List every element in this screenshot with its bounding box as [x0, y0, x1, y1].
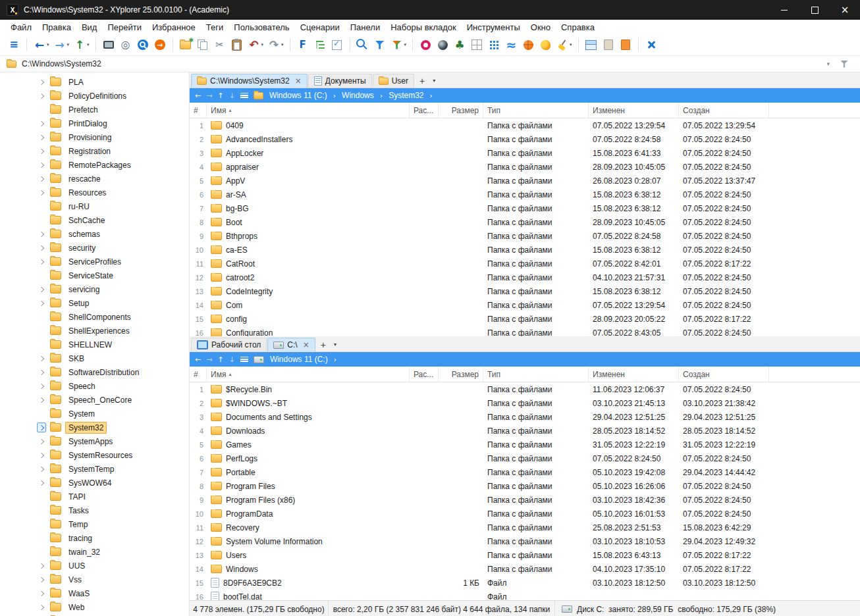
- dropdown-caret-icon[interactable]: ▾: [47, 42, 49, 47]
- new-tab-button[interactable]: +: [316, 340, 331, 350]
- file-row[interactable]: 16bootTel.datФайл: [190, 590, 860, 600]
- file-name[interactable]: Com: [207, 301, 410, 310]
- filter-button[interactable]: [371, 36, 389, 54]
- nav-back-icon[interactable]: ←: [195, 356, 201, 363]
- file-name[interactable]: Documents and Settings: [207, 413, 410, 422]
- brush-button[interactable]: ▾: [554, 36, 574, 54]
- expand-chevron-icon[interactable]: [37, 257, 46, 267]
- nav-up-icon[interactable]: ↑: [217, 356, 223, 363]
- column-header-3[interactable]: Рас...: [410, 103, 439, 118]
- expand-chevron-icon[interactable]: [37, 478, 46, 488]
- expand-chevron-icon[interactable]: [37, 603, 46, 612]
- panel-orange-button[interactable]: [617, 36, 634, 54]
- address-path[interactable]: C:\Windows\System32: [22, 59, 101, 68]
- file-row[interactable]: 6ar-SAПапка с файлами15.08.2023 6:38:120…: [190, 188, 860, 201]
- tree-item-RemotePackages[interactable]: RemotePackages: [0, 158, 189, 172]
- tree-item-PolicyDefinitions[interactable]: PolicyDefinitions: [0, 89, 189, 103]
- tree-item-Provisioning[interactable]: Provisioning: [0, 130, 189, 144]
- file-row[interactable]: 13CodeIntegrityПапка с файлами15.08.2023…: [190, 284, 860, 298]
- menu-item-13[interactable]: Справка: [556, 21, 600, 34]
- tree-item-PLA[interactable]: PLA: [0, 75, 189, 89]
- file-name[interactable]: AdvancedInstallers: [207, 135, 410, 144]
- file-row[interactable]: 3AppLockerПапка с файлами15.08.2023 6:41…: [190, 146, 860, 160]
- nav-down-icon[interactable]: ↓: [229, 92, 235, 99]
- expand-chevron-icon[interactable]: [37, 589, 46, 598]
- tree-item-SystemApps[interactable]: SystemApps: [0, 434, 189, 448]
- file-name[interactable]: CatRoot: [207, 259, 410, 269]
- file-row[interactable]: 3Documents and SettingsПапка с файлами29…: [190, 410, 860, 424]
- expand-chevron-icon[interactable]: [37, 147, 46, 156]
- expand-chevron-icon[interactable]: [37, 230, 46, 239]
- expand-chevron-icon[interactable]: [37, 285, 46, 294]
- file-row[interactable]: 4appraiserПапка с файлами28.09.2023 10:4…: [190, 160, 860, 174]
- expand-chevron-icon[interactable]: [37, 119, 46, 128]
- menu-item-3[interactable]: Вид: [76, 21, 103, 34]
- tree-item-Speech_OneCore[interactable]: Speech_OneCore: [0, 393, 189, 407]
- nav-back-icon[interactable]: ←: [195, 92, 201, 99]
- expand-chevron-icon[interactable]: [37, 465, 46, 474]
- tree-item-PrintDialog[interactable]: PrintDialog: [0, 116, 189, 130]
- panel-beige-button[interactable]: [600, 36, 617, 54]
- file-name[interactable]: bg-BG: [207, 204, 410, 213]
- tree-item-SystemResources[interactable]: SystemResources: [0, 448, 189, 462]
- file-row[interactable]: 10ca-ESПапка с файлами15.08.2023 6:38:12…: [190, 243, 860, 257]
- file-name[interactable]: config: [207, 315, 410, 324]
- split-horizontal-button[interactable]: [583, 36, 600, 54]
- tree-item-SHELLNEW[interactable]: SHELLNEW: [0, 338, 189, 351]
- file-name[interactable]: ar-SA: [207, 190, 410, 199]
- breadcrumb-segment[interactable]: Windows 11 (C:): [269, 91, 328, 100]
- breadcrumb-segment[interactable]: Windows 11 (C:): [269, 355, 329, 364]
- file-row[interactable]: 158D9F6A3E9CB21 КБФайл03.10.2023 18:12:5…: [190, 576, 860, 590]
- grid-button[interactable]: [468, 36, 485, 54]
- tree-item-security[interactable]: security: [0, 241, 189, 255]
- file-row[interactable]: 2AdvancedInstallersПапка с файлами07.05.…: [190, 132, 860, 146]
- file-name[interactable]: CodeIntegrity: [207, 287, 410, 296]
- back-button[interactable]: ←▾: [31, 36, 51, 54]
- new-folder-button[interactable]: ✱: [177, 36, 194, 54]
- column-header-4[interactable]: Размер: [439, 367, 483, 382]
- column-header-1[interactable]: #: [190, 103, 207, 118]
- tree-item-Web[interactable]: Web: [0, 600, 189, 614]
- expand-chevron-icon[interactable]: [37, 188, 46, 197]
- up-button[interactable]: ↑▾: [71, 36, 92, 54]
- tree-item-rescache[interactable]: rescache: [0, 172, 189, 186]
- file-row[interactable]: 13UsersПапка с файлами15.08.2023 6:43:13…: [190, 548, 860, 562]
- file-name[interactable]: Configuration: [207, 328, 410, 337]
- plant-button[interactable]: ♣: [451, 36, 468, 54]
- dropdown-caret-icon[interactable]: ▾: [281, 42, 284, 47]
- file-name[interactable]: AppLocker: [207, 149, 410, 158]
- file-name[interactable]: $WINDOWS.~BT: [207, 399, 410, 408]
- file-name[interactable]: ProgramData: [207, 509, 410, 519]
- undo-button[interactable]: ↶▾: [246, 36, 266, 54]
- tree-panel-button[interactable]: [311, 36, 329, 54]
- expand-chevron-icon[interactable]: [37, 396, 46, 405]
- menu-item-12[interactable]: Окно: [525, 21, 556, 34]
- file-name[interactable]: Program Files: [207, 482, 410, 491]
- file-name[interactable]: Downloads: [207, 426, 410, 436]
- tree-item-Setup[interactable]: Setup: [0, 296, 189, 310]
- file-name[interactable]: Users: [207, 551, 410, 560]
- expand-chevron-icon[interactable]: [37, 382, 46, 391]
- tree-item-twain_32[interactable]: twain_32: [0, 545, 189, 559]
- tab-close-icon[interactable]: ×: [303, 340, 309, 349]
- file-row[interactable]: 14WindowsПапка с файлами04.10.2023 17:35…: [190, 562, 860, 576]
- duck-button[interactable]: [537, 36, 554, 54]
- tree-item-Speech[interactable]: Speech: [0, 379, 189, 393]
- file-row[interactable]: 9BthpropsПапка с файлами07.05.2022 8:24:…: [190, 229, 860, 243]
- ball-button[interactable]: [520, 36, 537, 54]
- column-header-5[interactable]: Тип: [483, 103, 589, 118]
- paste-button[interactable]: [228, 36, 246, 54]
- tools-button[interactable]: [643, 36, 660, 54]
- tree-item-SKB[interactable]: SKB: [0, 351, 189, 365]
- tree-item-SoftwareDistribution[interactable]: SoftwareDistribution: [0, 365, 189, 379]
- tab-close-icon[interactable]: ×: [295, 76, 302, 86]
- go-circle-button[interactable]: [151, 36, 169, 54]
- file-row[interactable]: 11RecoveryПапка с файлами25.08.2023 2:51…: [190, 521, 860, 534]
- tree-item-Resources[interactable]: Resources: [0, 186, 189, 199]
- tab-bottom-2[interactable]: C:\×: [267, 338, 315, 351]
- file-name[interactable]: Bthprops: [207, 232, 410, 241]
- menu-item-2[interactable]: Правка: [37, 21, 76, 34]
- tree-item-Vss[interactable]: Vss: [0, 573, 189, 586]
- menu-grid-button[interactable]: ≡: [5, 36, 22, 54]
- column-header-1[interactable]: #: [190, 367, 207, 382]
